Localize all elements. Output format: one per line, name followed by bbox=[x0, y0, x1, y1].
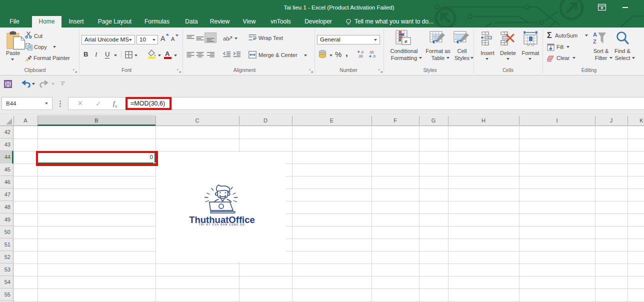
svg-text:A: A bbox=[593, 32, 597, 38]
svg-text:.0: .0 bbox=[360, 50, 364, 54]
svg-text:.00: .00 bbox=[358, 54, 363, 58]
svg-text:.00: .00 bbox=[369, 50, 374, 54]
svg-text:ab: ab bbox=[223, 36, 229, 42]
svg-text:≠: ≠ bbox=[404, 38, 408, 44]
svg-text:.0: .0 bbox=[372, 54, 376, 58]
svg-text:Z: Z bbox=[593, 38, 596, 44]
